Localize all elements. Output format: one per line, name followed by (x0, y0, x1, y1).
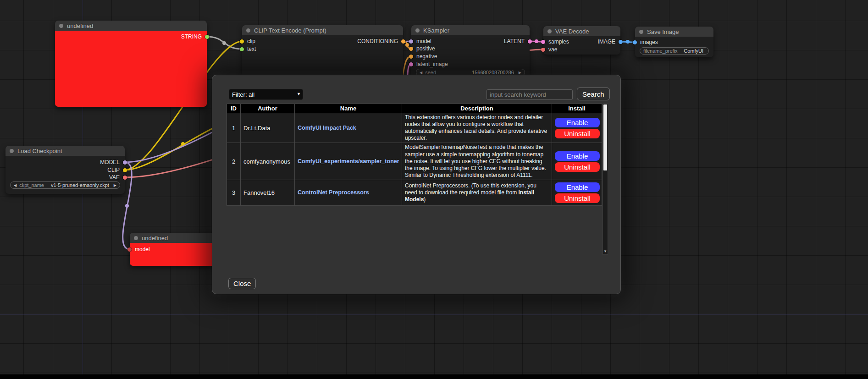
node-title-bar[interactable]: KSampler (411, 25, 530, 35)
input-slot-clip[interactable]: clip (240, 38, 255, 45)
scroll-down-icon[interactable]: ▼ (603, 248, 608, 254)
node-title-bar[interactable]: Save Image (635, 27, 713, 37)
header-author: Author (241, 104, 295, 113)
search-button[interactable]: Search (577, 88, 610, 100)
bottom-bar (0, 374, 868, 379)
node-vae-decode[interactable]: VAE Decode samples vae IMAGE (543, 26, 620, 55)
enable-button[interactable]: Enable (555, 151, 600, 161)
cell-description: ControlNet Preprocessors. (To use this e… (402, 180, 552, 205)
node-collapse-dot[interactable] (59, 24, 63, 28)
node-title-bar[interactable]: undefined (130, 233, 221, 243)
slot-label: vae (548, 46, 557, 53)
input-pin-negative[interactable] (409, 55, 413, 59)
enable-button[interactable]: Enable (555, 182, 600, 192)
node-title: VAE Decode (555, 28, 589, 35)
output-pin-string[interactable] (205, 35, 209, 39)
node-collapse-dot[interactable] (246, 28, 250, 33)
input-slot-images[interactable]: images (633, 38, 658, 46)
output-slot-conditioning[interactable]: CONDITIONING (357, 38, 405, 45)
output-pin-image[interactable] (619, 40, 623, 44)
input-slot-model[interactable]: model (127, 246, 150, 253)
cell-id: 1 (227, 113, 241, 143)
input-pin-clip[interactable] (240, 39, 244, 44)
slot-label: images (640, 39, 658, 45)
node-collapse-dot[interactable] (10, 149, 14, 153)
output-pin-model[interactable] (123, 160, 127, 165)
extension-row: 3 Fannovel16 ControlNet Preprocessors Co… (227, 180, 602, 205)
input-slot-text[interactable]: text (240, 45, 256, 53)
output-slot-string[interactable]: STRING (181, 33, 209, 40)
node-undefined-bottom[interactable]: undefined model (130, 233, 221, 266)
input-pin-samples[interactable] (541, 40, 545, 44)
scrollbar-thumb[interactable] (603, 104, 607, 170)
input-pin-text[interactable] (240, 47, 244, 51)
node-collapse-dot[interactable] (134, 236, 138, 240)
cell-install: Enable Uninstall (552, 143, 602, 180)
input-slot-model[interactable]: model (409, 38, 431, 45)
output-slot-image[interactable]: IMAGE (597, 38, 623, 45)
output-slot-clip[interactable]: CLIP (107, 166, 127, 174)
input-slot-negative[interactable]: negative (409, 53, 437, 60)
input-slot-positive[interactable]: positive (409, 45, 435, 52)
node-body (55, 31, 207, 107)
uninstall-button[interactable]: Uninstall (555, 129, 600, 138)
input-pin-positive[interactable] (409, 47, 413, 51)
slot-label: CONDITIONING (357, 38, 398, 44)
node-title-bar[interactable]: undefined (55, 21, 207, 31)
filter-select[interactable]: Filter: all (229, 89, 303, 100)
header-install: Install (552, 104, 602, 113)
slot-label: VAE (109, 174, 120, 181)
node-ksampler[interactable]: KSampler model positive negative latent_… (411, 25, 530, 79)
node-title-bar[interactable]: Load Checkpoint (6, 146, 125, 156)
slot-label: LATENT (504, 38, 525, 44)
output-pin-conditioning[interactable] (401, 39, 405, 44)
output-pin-clip[interactable] (123, 168, 127, 172)
cell-description: ModelSamplerTonemapNoiseTest a node that… (402, 143, 552, 180)
output-pin-vae[interactable] (123, 176, 127, 180)
input-pin-model[interactable] (127, 247, 132, 252)
extension-link[interactable]: ControlNet Preprocessors (298, 189, 399, 196)
decrement-icon[interactable]: ◀ (420, 71, 422, 75)
node-title-bar[interactable]: CLIP Text Encode (Prompt) (242, 25, 403, 35)
slot-label: STRING (181, 33, 202, 40)
next-icon[interactable]: ▶ (114, 183, 116, 187)
node-title: Load Checkpoint (17, 148, 62, 154)
extension-link[interactable]: ComfyUI_experiments/sampler_tonemap (298, 158, 399, 165)
node-undefined-top[interactable]: undefined STRING (55, 21, 207, 107)
node-save-image[interactable]: Save Image images filename_prefix ComfyU… (635, 27, 713, 57)
uninstall-button[interactable]: Uninstall (555, 193, 600, 203)
node-collapse-dot[interactable] (415, 28, 420, 33)
input-pin-model[interactable] (409, 39, 413, 44)
node-title: undefined (67, 22, 93, 29)
node-clip-text-encode[interactable]: CLIP Text Encode (Prompt) clip text COND… (242, 25, 403, 78)
uninstall-button[interactable]: Uninstall (555, 162, 600, 172)
input-slot-vae[interactable]: vae (541, 46, 557, 53)
close-button[interactable]: Close (228, 278, 256, 289)
input-slot-samples[interactable]: samples (541, 38, 569, 45)
input-slot-latent-image[interactable]: latent_image (409, 60, 448, 68)
extension-link[interactable]: ComfyUI Impact Pack (298, 125, 399, 131)
output-slot-model[interactable]: MODEL (100, 159, 127, 166)
input-pin-latent-image[interactable] (409, 62, 413, 66)
filename-prefix-widget[interactable]: filename_prefix ComfyUI (640, 47, 709, 55)
table-scrollbar[interactable]: ▼ (603, 104, 608, 255)
output-pin-latent[interactable] (528, 39, 532, 44)
output-slot-vae[interactable]: VAE (109, 174, 127, 181)
increment-icon[interactable]: ▶ (519, 71, 521, 75)
input-pin-images[interactable] (633, 40, 637, 44)
node-title-bar[interactable]: VAE Decode (543, 26, 620, 36)
output-slot-latent[interactable]: LATENT (504, 38, 532, 45)
input-pin-vae[interactable] (541, 48, 545, 52)
slot-label: CLIP (107, 167, 120, 173)
node-load-checkpoint[interactable]: Load Checkpoint MODEL CLIP VAE ◀ ckpt_na… (6, 146, 125, 194)
ckpt-name-widget[interactable]: ◀ ckpt_name v1-5-pruned-emaonly.ckpt ▶ (10, 181, 120, 189)
wire-midpoint-dot (535, 39, 538, 43)
previous-icon[interactable]: ◀ (14, 183, 17, 187)
node-collapse-dot[interactable] (639, 30, 643, 34)
enable-button[interactable]: Enable (555, 118, 600, 127)
search-input[interactable] (487, 89, 573, 100)
description-text: ModelSamplerTonemapNoiseTest a node that… (405, 144, 546, 178)
node-collapse-dot[interactable] (547, 29, 552, 33)
table-header-row: ID Author Name Description Install (227, 104, 602, 113)
widget-value: v1-5-pruned-emaonly.ckpt (51, 182, 109, 188)
